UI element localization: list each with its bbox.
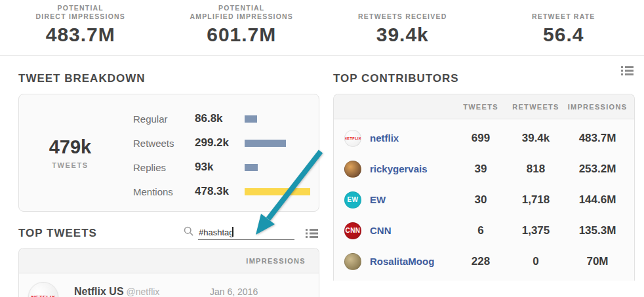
top-tweets-card: IMPRESSIONS NETFLIX Netflix US@netflix J…	[18, 248, 319, 297]
stat-direct-impressions: POTENTIAL DIRECT IMPRESSIONS 483.7M	[0, 3, 161, 55]
tweet-row: NETFLIX Netflix US@netflix Jan 6, 2016	[19, 273, 319, 297]
contributors-table-header: TWEETS RETWEETS IMPRESSIONS	[334, 94, 634, 119]
breakdown-bar	[245, 140, 286, 147]
list-bullets-icon	[306, 228, 318, 238]
cell-impressions: 144.6M	[565, 193, 630, 207]
tweet-author-name[interactable]: Netflix US	[74, 286, 124, 297]
breakdown-label: Regular	[133, 113, 195, 125]
avatar	[344, 253, 361, 270]
breakdown-value: 93k	[195, 161, 245, 174]
breakdown-rows: Regular 86.8k Retweets 299.2k Replies 93…	[121, 94, 325, 211]
cell-retweets: 0	[507, 255, 565, 268]
cell-tweets: 30	[454, 193, 507, 207]
avatar: NETFLIX	[28, 282, 58, 297]
breakdown-bar	[245, 164, 258, 171]
cell-retweets: 1,718	[507, 193, 565, 207]
tweet-total-value: 479k	[49, 136, 92, 158]
breakdown-row-mentions: Mentions 478.3k	[133, 186, 310, 197]
cell-retweets: 818	[507, 163, 565, 176]
contributor-username[interactable]: rickygervais	[370, 163, 428, 174]
stat-value: 601.7M	[161, 24, 323, 46]
stat-value: 39.4k	[322, 24, 483, 46]
avatar: CNN	[344, 222, 361, 239]
tweets-list-view-button[interactable]	[304, 227, 319, 239]
table-row: TeenVogue 24 291 61.1M	[334, 277, 634, 281]
column-header-impressions: IMPRESSIONS	[565, 103, 630, 111]
breakdown-value: 86.8k	[195, 112, 245, 125]
contributors-rows: NETFLIX netflix 699 39.4k 483.7M rickyge…	[334, 119, 634, 281]
breakdown-value: 478.3k	[195, 185, 245, 198]
tweet-date: Jan 6, 2016	[210, 280, 306, 297]
summary-stats-row: POTENTIAL DIRECT IMPRESSIONS 483.7M POTE…	[0, 0, 644, 56]
stat-value: 56.4	[483, 24, 644, 46]
breakdown-value: 299.2k	[195, 136, 245, 149]
stat-label-line1: POTENTIAL	[161, 4, 323, 12]
stat-label-line2: AMPLIFIED IMPRESSIONS	[161, 12, 323, 21]
search-input[interactable]	[198, 226, 294, 240]
tweet-total: 479k TWEETS	[19, 94, 121, 211]
cell-impressions: 253.2M	[565, 163, 630, 176]
column-header-tweets: TWEETS	[454, 103, 507, 111]
breakdown-label: Mentions	[133, 186, 195, 197]
analytics-dashboard: POTENTIAL DIRECT IMPRESSIONS 483.7M POTE…	[0, 0, 644, 297]
breakdown-row-replies: Replies 93k	[133, 162, 310, 172]
table-row: rickygervais 39 818 253.2M	[334, 153, 634, 184]
cell-impressions: 135.3M	[565, 224, 630, 237]
impressions-column-header: IMPRESSIONS	[246, 257, 306, 265]
tweet-breakdown-card: 479k TWEETS Regular 86.8k Retweets 299.2…	[18, 94, 319, 212]
contributors-list-view-button[interactable]	[620, 64, 635, 77]
contributor-username[interactable]: CNN	[370, 225, 392, 236]
top-contributors-title: TOP CONTRIBUTORS	[333, 72, 459, 85]
cell-tweets: 39	[454, 163, 507, 176]
tweet-author-handle: @netflix	[127, 287, 160, 297]
stat-label-line2: RETWEETS RECEIVED	[322, 12, 483, 21]
cell-impressions: 70M	[565, 255, 630, 268]
table-row: RosalitaMoog 228 0 70M	[334, 246, 634, 277]
top-contributors-card: TWEETS RETWEETS IMPRESSIONS NETFLIX netf…	[333, 94, 635, 281]
breakdown-bar	[245, 115, 257, 123]
cell-tweets: 699	[454, 132, 507, 145]
breakdown-row-regular: Regular 86.8k	[133, 113, 310, 124]
cell-tweets: 6	[454, 224, 507, 237]
top-tweets-title: TOP TWEETS	[18, 227, 97, 240]
text-cursor	[232, 227, 233, 237]
contributor-username[interactable]: EW	[370, 194, 386, 205]
search-icon	[184, 226, 193, 239]
breakdown-label: Replies	[133, 162, 195, 173]
tweet-search	[184, 226, 294, 240]
breakdown-label: Retweets	[133, 138, 195, 149]
cell-impressions: 483.7M	[565, 132, 630, 145]
avatar	[344, 161, 361, 178]
stat-label-line2: RETWEET RATE	[483, 12, 644, 21]
cell-retweets: 39.4k	[507, 132, 565, 145]
table-row: NETFLIX netflix 699 39.4k 483.7M	[334, 123, 634, 153]
cell-retweets: 1,375	[507, 224, 565, 237]
breakdown-row-retweets: Retweets 299.2k	[133, 138, 310, 148]
breakdown-bar	[245, 188, 310, 195]
table-row: EW EW 30 1,718 144.6M	[334, 184, 634, 215]
column-header-retweets: RETWEETS	[507, 103, 565, 111]
stat-retweet-rate: RETWEET RATE 56.4	[483, 3, 644, 55]
stat-retweets-received: RETWEETS RECEIVED 39.4k	[322, 3, 483, 55]
table-row: CNN CNN 6 1,375 135.3M	[334, 215, 634, 246]
contributor-username[interactable]: RosalitaMoog	[370, 256, 434, 267]
avatar: NETFLIX	[344, 130, 361, 147]
tweet-total-label: TWEETS	[52, 161, 88, 169]
stat-value: 483.7M	[0, 24, 161, 46]
cell-tweets: 228	[454, 255, 507, 268]
avatar: EW	[344, 191, 361, 208]
stat-label-line2: DIRECT IMPRESSIONS	[0, 12, 161, 21]
list-bullets-icon	[621, 66, 634, 75]
tweet-breakdown-title: TWEET BREAKDOWN	[18, 72, 319, 85]
stat-label-line1: POTENTIAL	[0, 4, 161, 12]
stat-amplified-impressions: POTENTIAL AMPLIFIED IMPRESSIONS 601.7M	[161, 3, 323, 55]
contributor-username[interactable]: netflix	[370, 132, 399, 144]
